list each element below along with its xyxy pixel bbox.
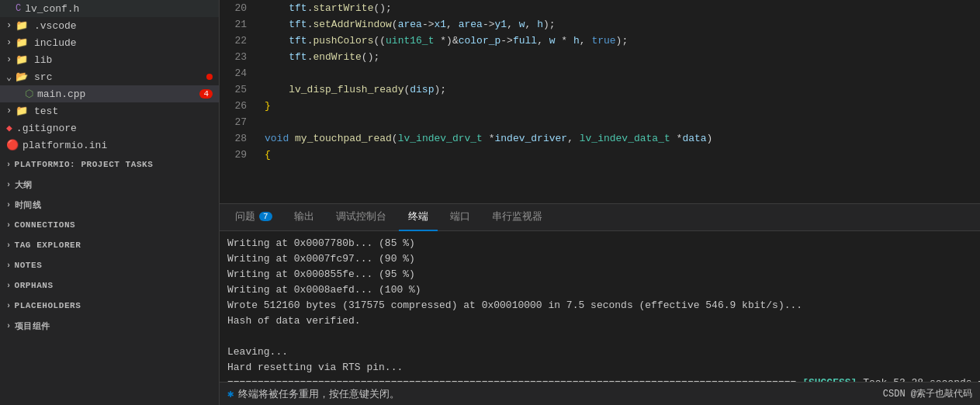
terminal-line-4: Wrote 512160 bytes (317575 compressed) a… [227,298,972,313]
line-num-29: 29 [231,147,247,163]
chevron-right-icon: › [6,106,12,116]
sidebar-item-platformio-ini[interactable]: 🔴 platformio.ini [0,137,219,154]
sidebar-item-label: .gitignore [16,123,77,134]
section-timeline[interactable]: › 时间线 [0,194,219,214]
chevron-right-icon: › [6,221,12,230]
section-label: 大纲 [15,179,33,191]
line-num-20: 20 [231,0,247,16]
sidebar-item-gitignore[interactable]: ◆ .gitignore [0,119,219,137]
line-num-26: 26 [231,98,247,114]
tab-terminal[interactable]: 终端 [399,204,438,231]
tab-label: 终端 [408,209,428,223]
chevron-right-icon: › [6,54,12,65]
equals-prefix: ========================================… [227,376,802,382]
equals-suffix: Took 53.28 seconds ================ [857,376,980,382]
tab-serial-monitor[interactable]: 串行监视器 [483,204,552,231]
tab-ports[interactable]: 端口 [441,204,480,231]
line-num-22: 22 [231,33,247,49]
line-num-27: 27 [231,114,247,130]
terminal-content[interactable]: Writing at 0x0007780b... (85 %) Writing … [220,231,980,382]
sidebar-item-vscode[interactable]: › 📁 .vscode [0,17,219,34]
chevron-right-icon: › [6,241,12,250]
section-placeholders[interactable]: › PLACEHOLDERS [0,295,219,315]
folder-icon: 📂 [16,71,28,83]
tab-label: 问题 [235,209,255,223]
success-badge: [SUCCESS] [802,376,857,382]
chevron-right-icon: › [6,181,12,189]
section-label: 时间线 [15,199,42,211]
tab-output[interactable]: 输出 [285,204,324,231]
main-content: 20 21 22 23 24 25 26 27 28 29 tft.startW… [220,0,980,405]
code-line-21: tft.setAddrWindow(area->x1, area->y1, w,… [265,16,980,33]
section-connections[interactable]: › CONNECTIONS [0,214,219,234]
tab-problems[interactable]: 问题 7 [226,204,282,231]
section-notes[interactable]: › NOTES [0,254,219,275]
code-line-29: { [265,147,980,163]
line-numbers: 20 21 22 23 24 25 26 27 28 29 [220,0,255,203]
terminal-line-2: Writing at 0x000855fe... (95 %) [227,267,972,282]
sidebar-item-label: .vscode [34,20,77,32]
chevron-right-icon: › [6,322,12,331]
section-label: NOTES [15,261,43,270]
chevron-right-icon: › [6,20,12,31]
code-line-23: tft.endWrite(); [265,49,980,65]
section-tag-explorer[interactable]: › TAG EXPLORER [0,234,219,254]
sidebar-item-test[interactable]: › 📁 test [0,102,219,119]
folder-icon: 📁 [16,54,28,66]
tab-debug-console[interactable]: 调试控制台 [327,204,396,231]
tab-label: 输出 [294,209,314,223]
folder-icon: 📁 [16,105,28,117]
sidebar-item-include[interactable]: › 📁 include [0,34,219,51]
code-line-27 [265,114,980,130]
folder-icon: 📁 [16,36,28,49]
section-orphans[interactable]: › ORPHANS [0,275,219,295]
chevron-right-icon: › [6,161,12,169]
line-num-21: 21 [231,16,247,33]
panel: 问题 7 输出 调试控制台 终端 端口 串行监视器 Writing at 0x0… [220,203,980,405]
line-num-24: 24 [231,65,247,81]
folder-icon: 📁 [16,19,28,32]
terminal-line-1: Writing at 0x0007fc97... (90 %) [227,251,972,267]
unsaved-badge: 4 [199,89,213,99]
file-c-icon: C [16,3,21,14]
code-lines[interactable]: tft.startWrite(); tft.setAddrWindow(area… [255,0,980,203]
terminal-line-6 [227,329,972,344]
terminal-line-8: Hard resetting via RTS pin... [227,360,972,376]
sidebar-item-label: lv_conf.h [25,3,79,15]
code-line-24 [265,65,980,81]
sidebar-item-lv-conf[interactable]: C lv_conf.h [0,0,219,17]
tab-label: 串行监视器 [492,209,542,223]
code-line-22: tft.pushColors((uint16_t *)&color_p->ful… [265,33,980,49]
sidebar-item-src[interactable]: ⌄ 📂 src [0,68,219,85]
section-platformio[interactable]: › PLATFORMIO: PROJECT TASKS [0,154,219,174]
sidebar-item-label: include [34,37,77,49]
sidebar-item-label: main.cpp [37,88,85,100]
code-line-28: void my_touchpad_read(lv_indev_drv_t *in… [265,130,980,147]
panel-tabs: 问题 7 输出 调试控制台 终端 端口 串行监视器 [220,204,980,231]
code-editor: 20 21 22 23 24 25 26 27 28 29 tft.startW… [220,0,980,203]
code-line-20: tft.startWrite(); [265,0,980,16]
terminal-footer: ✱ 终端将被任务重用，按任意键关闭。 CSDN @索子也敲代码 [220,382,980,405]
code-area: 20 21 22 23 24 25 26 27 28 29 tft.startW… [220,0,980,203]
terminal-success-line: ========================================… [227,376,972,382]
terminal-line-7: Leaving... [227,344,972,360]
section-label: ORPHANS [15,281,54,290]
section-project-components[interactable]: › 项目组件 [0,315,219,335]
problems-badge: 7 [259,212,272,221]
sidebar-item-lib[interactable]: › 📁 lib [0,51,219,68]
sidebar: C lv_conf.h › 📁 .vscode › 📁 include › 📁 … [0,0,220,405]
tab-label: 调试控制台 [336,209,386,223]
terminal-line-3: Writing at 0x0008aefd... (100 %) [227,282,972,298]
git-icon: ◆ [6,122,12,134]
code-line-25: lv_disp_flush_ready(disp); [265,81,980,98]
terminal-line-0: Writing at 0x0007780b... (85 %) [227,236,972,251]
sidebar-item-main-cpp[interactable]: ⬡ main.cpp 4 [0,85,219,102]
chevron-down-icon: ⌄ [6,71,12,83]
file-cpp-icon: ⬡ [25,88,33,100]
section-outline[interactable]: › 大纲 [0,174,219,194]
modified-dot [206,74,213,80]
section-label: 项目组件 [15,320,50,332]
tab-label: 端口 [450,209,470,223]
star-icon: ✱ [227,387,234,400]
code-line-26: } [265,98,980,114]
